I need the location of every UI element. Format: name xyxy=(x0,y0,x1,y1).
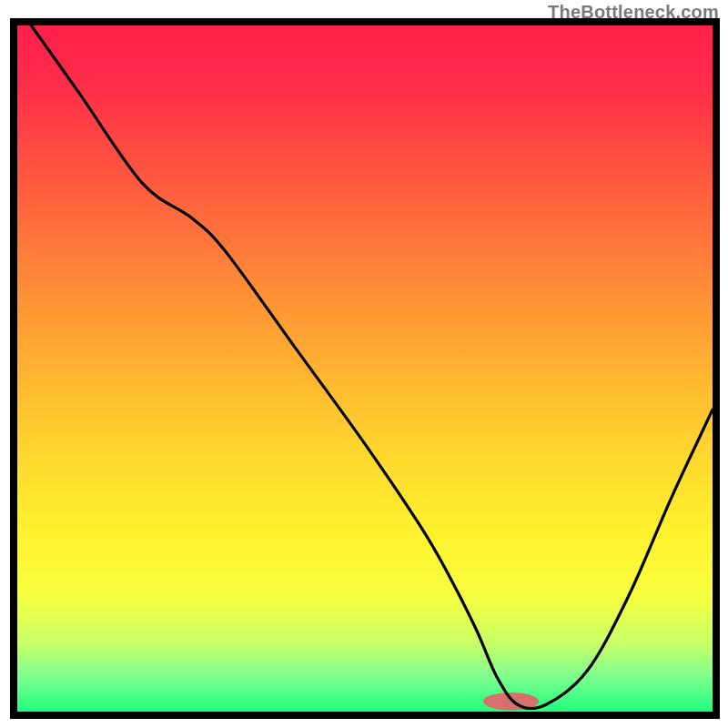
plot-background xyxy=(17,25,713,712)
watermark-text: TheBottleneck.com xyxy=(548,2,719,23)
chart-stage: TheBottleneck.com xyxy=(0,0,728,728)
chart-svg xyxy=(0,0,728,728)
